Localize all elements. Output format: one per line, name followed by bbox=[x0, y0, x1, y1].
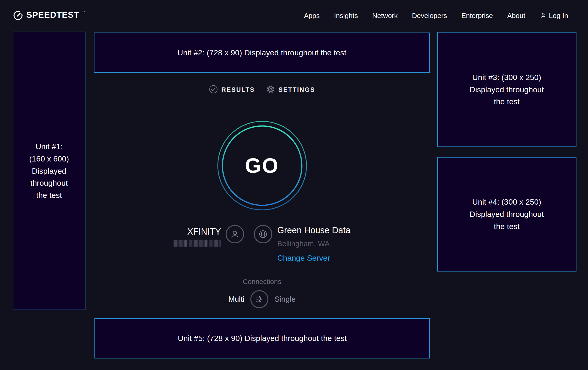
login-label: Log In bbox=[549, 12, 568, 20]
connections-single-option[interactable]: Single bbox=[274, 295, 296, 304]
connections-multi-option[interactable]: Multi bbox=[228, 295, 245, 304]
ad-unit-1[interactable]: Unit #1: (160 x 600) Displayed throughou… bbox=[13, 32, 85, 310]
login-button[interactable]: Log In bbox=[540, 12, 568, 20]
ad-unit-3[interactable]: Unit #3: (300 x 250) Displayed throughou… bbox=[437, 32, 577, 147]
isp-name: XFINITY bbox=[187, 227, 221, 237]
logo-text: SPEEDTEST bbox=[26, 10, 79, 20]
globe-icon bbox=[254, 225, 272, 243]
ad-unit-2-text: Unit #2: (728 x 90) Displayed throughout… bbox=[177, 47, 346, 59]
user-icon bbox=[540, 12, 547, 20]
gear-icon bbox=[266, 85, 275, 95]
nav-item-insights[interactable]: Insights bbox=[334, 12, 358, 20]
nav-item-apps[interactable]: Apps bbox=[304, 12, 320, 20]
ad-unit-3-text: Unit #3: (300 x 250) Displayed throughou… bbox=[470, 71, 544, 108]
ad-unit-4[interactable]: Unit #4: (300 x 250) Displayed throughou… bbox=[437, 157, 577, 271]
tab-results[interactable]: RESULTS bbox=[209, 85, 255, 95]
nav-item-about[interactable]: About bbox=[507, 12, 525, 20]
ad-unit-5[interactable]: Unit #5: (728 x 90) Displayed throughout… bbox=[94, 318, 430, 359]
ad-unit-1-text: Unit #1: (160 x 600) Displayed throughou… bbox=[29, 140, 69, 201]
speedtest-gauge-icon bbox=[13, 10, 23, 22]
speedtest-main-panel: RESULTS SETTINGS GO bbox=[94, 73, 430, 308]
tab-settings-label: SETTINGS bbox=[279, 86, 315, 93]
logo-trademark: ™ bbox=[82, 10, 85, 14]
ad-unit-2[interactable]: Unit #2: (728 x 90) Displayed throughout… bbox=[94, 32, 430, 73]
nav-item-enterprise[interactable]: Enterprise bbox=[461, 12, 493, 20]
top-nav-bar: SPEEDTEST ™ Apps Insights Network Develo… bbox=[0, 0, 588, 31]
connections-toggle-row: Multi Single bbox=[228, 290, 296, 308]
connection-info-row: XFINITY Green House Data Belling bbox=[174, 225, 351, 262]
results-settings-tabs: RESULTS SETTINGS bbox=[209, 85, 315, 95]
tab-results-label: RESULTS bbox=[221, 86, 255, 93]
server-info: Green House Data Bellingham, WA Change S… bbox=[254, 225, 351, 262]
nav-item-network[interactable]: Network bbox=[372, 12, 398, 20]
ad-unit-5-text: Unit #5: (728 x 90) Displayed throughout… bbox=[178, 332, 347, 344]
server-name: Green House Data bbox=[277, 225, 351, 235]
tab-settings[interactable]: SETTINGS bbox=[266, 85, 315, 95]
speedtest-logo[interactable]: SPEEDTEST ™ bbox=[13, 10, 85, 22]
server-location: Bellingham, WA bbox=[277, 240, 330, 248]
user-circle-icon bbox=[226, 225, 244, 243]
connections-label: Connections bbox=[243, 278, 281, 286]
go-button[interactable]: GO bbox=[217, 121, 307, 210]
isp-info: XFINITY bbox=[174, 225, 244, 247]
main-nav: Apps Insights Network Developers Enterpr… bbox=[304, 12, 568, 20]
nav-item-developers[interactable]: Developers bbox=[412, 12, 447, 20]
multi-connection-icon[interactable] bbox=[250, 290, 268, 308]
change-server-link[interactable]: Change Server bbox=[277, 253, 330, 262]
masked-ip bbox=[174, 240, 221, 247]
check-circle-icon bbox=[209, 85, 218, 95]
go-button-label: GO bbox=[217, 121, 307, 210]
ad-unit-4-text: Unit #4: (300 x 250) Displayed throughou… bbox=[470, 196, 544, 232]
